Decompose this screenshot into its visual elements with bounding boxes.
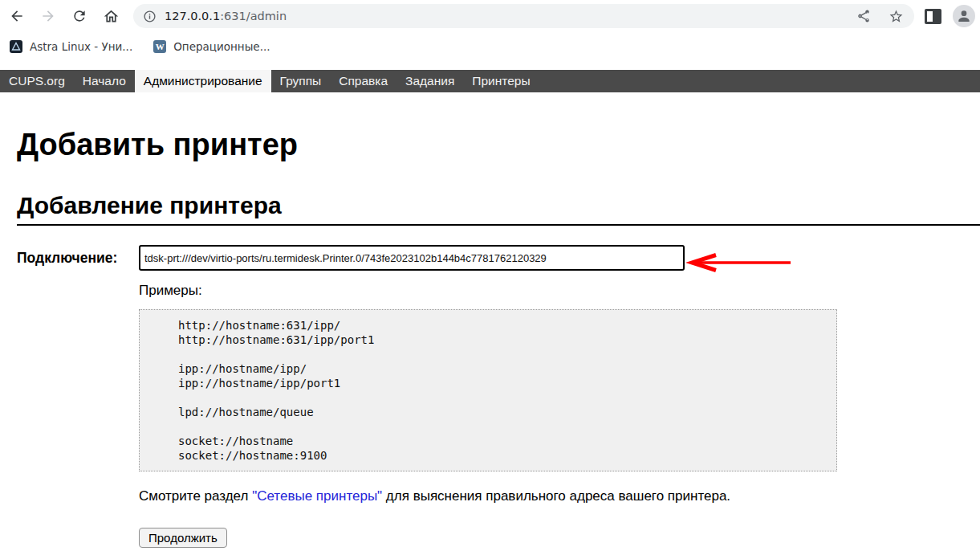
cups-nav-bar: CUPS.org Начало Администрирование Группы… — [0, 70, 980, 92]
bookmark-star-icon[interactable] — [887, 7, 905, 25]
bookmarks-bar: Astra Linux - Уни... W Операционные... — [0, 32, 980, 60]
continue-button[interactable]: Продолжить — [139, 528, 227, 548]
home-icon[interactable] — [102, 7, 120, 25]
side-panel-icon[interactable] — [925, 9, 941, 24]
bookmark-label: Операционные... — [173, 40, 270, 53]
page-content: Добавить принтер Добавление принтера Под… — [17, 129, 980, 548]
bookmark-astra-linux[interactable]: Astra Linux - Уни... — [10, 40, 132, 53]
nav-item-help[interactable]: Справка — [330, 70, 396, 92]
nav-item-classes[interactable]: Группы — [271, 70, 331, 92]
site-info-icon[interactable] — [143, 10, 157, 23]
help-text: Смотрите раздел "Сетевые принтеры" для в… — [139, 488, 980, 504]
url-path: :631/admin — [220, 10, 287, 22]
nav-item-jobs[interactable]: Задания — [396, 70, 463, 92]
share-icon[interactable] — [855, 7, 872, 25]
bookmark-label: Astra Linux - Уни... — [30, 40, 132, 53]
help-text-after: для выяснения правильного адреса вашего … — [382, 488, 730, 504]
connection-label: Подключение: — [17, 250, 139, 267]
network-printers-link[interactable]: "Сетевые принтеры" — [252, 488, 382, 504]
astra-logo-icon — [10, 40, 22, 53]
url-host: 127.0.0.1 — [165, 10, 220, 22]
wikipedia-icon: W — [153, 40, 166, 53]
reload-icon[interactable] — [71, 7, 88, 25]
bookmark-wikipedia[interactable]: W Операционные... — [153, 40, 270, 53]
nav-item-cups-org[interactable]: CUPS.org — [0, 70, 74, 92]
examples-label: Примеры: — [139, 283, 980, 299]
connection-input[interactable] — [139, 245, 685, 271]
url-bar[interactable]: 127.0.0.1:631/admin — [133, 4, 914, 28]
section-title: Добавление принтера — [17, 192, 980, 226]
help-text-before: Смотрите раздел — [139, 488, 252, 504]
profile-avatar[interactable] — [953, 5, 975, 27]
back-icon[interactable] — [8, 7, 26, 25]
forward-icon[interactable] — [39, 7, 57, 25]
browser-toolbar: 127.0.0.1:631/admin — [0, 0, 980, 32]
nav-item-printers[interactable]: Принтеры — [463, 70, 539, 92]
examples-code-block: http://hostname:631/ipp/ http://hostname… — [139, 309, 837, 471]
connection-row: Подключение: — [17, 245, 980, 271]
page-title: Добавить принтер — [17, 129, 980, 161]
red-arrow-annotation — [685, 251, 796, 277]
url-text: 127.0.0.1:631/admin — [165, 10, 287, 22]
nav-item-administration[interactable]: Администрирование — [135, 70, 271, 92]
nav-item-home[interactable]: Начало — [74, 70, 135, 92]
